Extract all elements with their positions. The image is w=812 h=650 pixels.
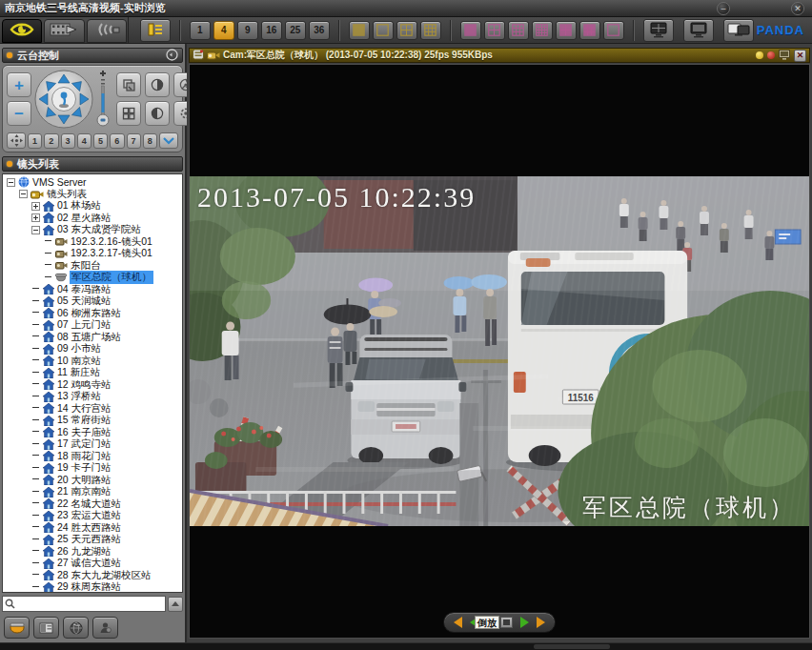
tree-node-station-16[interactable]: 16 夫子庙站 (5, 427, 182, 439)
tree-node-camera[interactable]: 军区总院（球机） (5, 272, 182, 284)
snapshot-icon[interactable] (779, 47, 790, 64)
tree-node-station-29[interactable]: 29 秣周东路站 (5, 581, 182, 593)
tree-node-station-24[interactable]: 24 胜太西路站 (5, 522, 182, 535)
tree-node-station-2[interactable]: 02 星火路站 (5, 213, 182, 225)
tab-broadcast[interactable] (87, 19, 127, 43)
tree-node-camera[interactable]: 192.3.2.16-镜头01 (5, 236, 182, 249)
tree-node-station-27[interactable]: 27 诚信大道站 (5, 558, 182, 570)
ptz-direction-pad[interactable] (34, 70, 93, 129)
tree-expander[interactable] (19, 190, 28, 198)
panel-layout-button[interactable] (33, 617, 59, 639)
tree-node-station-25[interactable]: 25 天元西路站 (5, 534, 182, 546)
grid-layout-pink-2-button[interactable] (484, 21, 505, 40)
grid-layout-pink-3-button[interactable] (508, 21, 529, 40)
play-button[interactable] (520, 617, 529, 628)
layout-list-button[interactable] (140, 19, 171, 42)
zoom-out-button[interactable]: − (7, 101, 31, 126)
tree-expander-spacer (44, 237, 52, 246)
grid-layout-pink-1-button[interactable] (460, 21, 481, 40)
preset-3-button[interactable]: 3 (61, 133, 75, 149)
camera-search-input[interactable] (17, 598, 165, 610)
pan-scan-button[interactable] (7, 132, 26, 149)
expand-presets-button[interactable] (159, 132, 178, 149)
tree-node-station-11[interactable]: 11 新庄站 (5, 367, 182, 379)
tree-node-station-12[interactable]: 12 鸡鸣寺站 (5, 379, 182, 392)
tab-playback[interactable] (44, 19, 84, 43)
user-button[interactable] (92, 617, 118, 639)
tree-node-station-10[interactable]: 10 南京站 (5, 355, 182, 368)
tree-node-station-18[interactable]: 18 雨花门站 (5, 451, 182, 463)
tree-node-station-20[interactable]: 20 大明路站 (5, 475, 182, 487)
video-canvas[interactable]: 11516 (189, 64, 810, 639)
grid-layout-gold-2-button[interactable] (373, 21, 394, 40)
split-25-button[interactable]: 25 (285, 21, 306, 40)
tree-node-camera[interactable]: 192.3.2.17-镜头01 (5, 248, 182, 260)
tree-node-camera[interactable]: 东阳台 (5, 260, 182, 273)
tree-node-camera-group[interactable]: 镜头列表 (5, 189, 182, 201)
preset-6-button[interactable]: 6 (110, 133, 124, 149)
tree-node-station-28[interactable]: 28 东大九龙湖校区站 (5, 570, 182, 582)
tree-node-station-23[interactable]: 23 宏运大道站 (5, 510, 182, 522)
app-window: 南京地铁三号线高清视频-实时浏览 – ✕ (0, 0, 812, 650)
grid-layout-gold-3-button[interactable] (396, 21, 417, 40)
split-36-button[interactable]: 36 (309, 21, 330, 40)
preset-1-button[interactable]: 1 (28, 133, 42, 149)
split-1-button[interactable]: 1 (190, 21, 211, 40)
grid-layout-gold-4-button[interactable] (420, 21, 441, 40)
close-video-button[interactable]: ✕ (794, 50, 806, 62)
tree-node-station-1[interactable]: 01 林场站 (5, 200, 182, 213)
zoom-in-button[interactable]: + (7, 72, 31, 97)
tree-expander[interactable] (7, 178, 15, 187)
grid-layout-pink-6-button[interactable] (579, 21, 600, 40)
dome-camera-button[interactable] (4, 617, 30, 639)
tree-expander[interactable] (31, 213, 40, 222)
tree-node-station-21[interactable]: 21 南京南站 (5, 486, 182, 498)
focus-add-button[interactable] (116, 72, 141, 97)
iris-add-button[interactable] (145, 72, 170, 97)
tree-node-station-5[interactable]: 05 天润城站 (5, 295, 182, 308)
tv-wall-button[interactable] (643, 19, 674, 42)
tree-node-station-7[interactable]: 07 上元门站 (5, 319, 182, 332)
split-4-button[interactable]: 4 (213, 21, 234, 40)
preset-8-button[interactable]: 8 (143, 133, 157, 149)
tree-node-station-22[interactable]: 22 名城大道站 (5, 498, 182, 511)
step-forward-button[interactable] (537, 617, 545, 628)
preset-4-button[interactable]: 4 (77, 133, 91, 149)
split-9-button[interactable]: 9 (237, 21, 258, 40)
ptz-speed-slider[interactable] (96, 71, 110, 128)
tree-node-station-13[interactable]: 13 浮桥站 (5, 391, 182, 403)
tree-node-station-6[interactable]: 06 柳洲东路站 (5, 308, 182, 320)
tree-node-station-19[interactable]: 19 卡子门站 (5, 462, 182, 475)
ptz-settings-button[interactable] (166, 49, 178, 63)
tab-live-view[interactable] (2, 19, 42, 43)
dual-monitor-button[interactable] (723, 19, 754, 42)
tree-node-station-3[interactable]: 03 东大成贤学院站 (5, 224, 182, 236)
tree-node-station-9[interactable]: 09 小市站 (5, 343, 182, 355)
preset-2-button[interactable]: 2 (44, 133, 58, 149)
tree-expander[interactable] (31, 202, 40, 211)
preset-5-button[interactable]: 5 (93, 133, 108, 149)
grid-layout-pink-4-button[interactable] (532, 21, 553, 40)
close-button[interactable]: ✕ (791, 2, 804, 15)
tree-node-station-26[interactable]: 26 九龙湖站 (5, 546, 182, 559)
grid-layout-gold-1-button[interactable] (349, 21, 370, 40)
iris-sub-button[interactable] (145, 101, 170, 126)
grid-layout-pink-7-button[interactable] (603, 21, 624, 40)
search-collapse-button[interactable] (168, 597, 183, 612)
minimize-button[interactable]: – (717, 2, 730, 15)
tree-node-station-15[interactable]: 15 常府街站 (5, 415, 182, 427)
tree-node-station-17[interactable]: 17 武定门站 (5, 438, 182, 451)
preset-7-button[interactable]: 7 (127, 133, 141, 149)
tree-expander[interactable] (31, 226, 40, 234)
multi-view-button[interactable] (116, 101, 141, 126)
tree-node-station-14[interactable]: 14 大行宫站 (5, 403, 182, 416)
map-globe-button[interactable] (63, 617, 89, 639)
grid-layout-pink-5-button[interactable] (556, 21, 577, 40)
single-monitor-button[interactable] (683, 19, 714, 42)
split-16-button[interactable]: 16 (261, 21, 282, 40)
tree-node-station-8[interactable]: 08 五塘广场站 (5, 332, 182, 344)
step-backward-button[interactable] (454, 617, 462, 628)
bottom-handle[interactable] (534, 644, 610, 649)
tree-node-vms-server[interactable]: VMS Server (5, 176, 182, 189)
tree-node-station-4[interactable]: 04 泰冯路站 (5, 284, 182, 296)
